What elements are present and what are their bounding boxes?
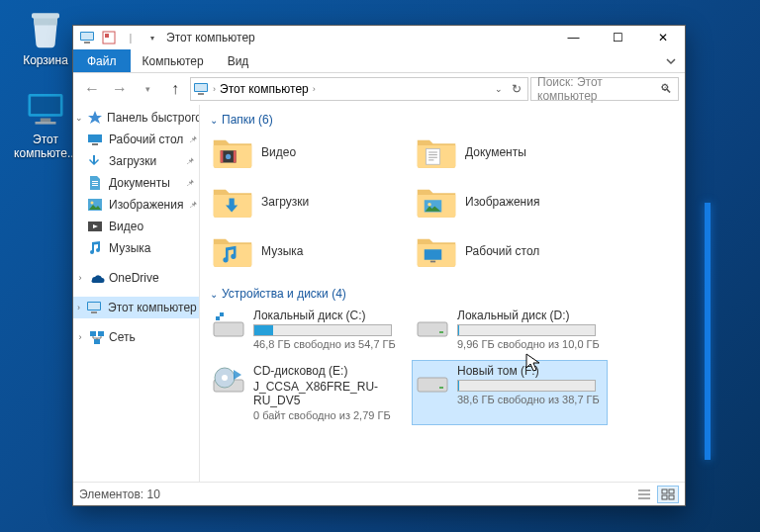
tab-computer[interactable]: Компьютер (131, 49, 216, 72)
svg-rect-0 (32, 13, 59, 18)
svg-rect-35 (216, 312, 220, 316)
drive-icon (416, 364, 449, 398)
tab-file[interactable]: Файл (73, 49, 131, 72)
desktop-icon (87, 132, 103, 147)
svg-point-41 (222, 375, 228, 381)
nav-item-documents[interactable]: Документы📌︎ (73, 172, 199, 194)
search-icon[interactable]: 🔍︎ (660, 82, 672, 96)
nav-item-music[interactable]: Музыка (73, 237, 199, 259)
view-tiles-button[interactable] (657, 486, 679, 503)
drive-c[interactable]: Локальный диск (C:) 46,8 ГБ свободно из … (208, 305, 404, 354)
qat-this-pc-icon[interactable] (77, 28, 97, 47)
svg-rect-42 (418, 378, 447, 392)
svg-rect-28 (427, 149, 440, 165)
svg-rect-3 (41, 119, 51, 123)
folder-icon (212, 184, 253, 220)
drive-icon (416, 309, 449, 342)
close-button[interactable]: ✕ (640, 26, 685, 49)
svg-rect-46 (662, 495, 667, 499)
svg-rect-31 (425, 249, 442, 260)
up-button[interactable]: ↑ (162, 77, 188, 101)
breadcrumb[interactable]: › Этот компьютер › ⌄ ↻ (190, 77, 528, 101)
svg-point-30 (428, 203, 431, 207)
svg-rect-20 (91, 311, 97, 313)
breadcrumb-loc[interactable]: Этот компьютер (220, 82, 309, 96)
folder-icon (416, 134, 457, 170)
group-folders-header[interactable]: ⌄Папки (6) (208, 109, 677, 131)
breadcrumb-refresh[interactable]: ↻ (508, 82, 525, 96)
drive-icon (212, 309, 245, 342)
svg-rect-33 (214, 322, 243, 336)
nav-item-pictures[interactable]: Изображения📌︎ (73, 194, 199, 216)
status-text: Элементов: 10 (79, 488, 160, 501)
nav-quick-access[interactable]: ⌄ Панель быстрого дос (73, 107, 199, 129)
view-details-button[interactable] (633, 486, 655, 503)
titlebar[interactable]: | ▾ Этот компьютер ― ☐ ✕ (73, 26, 685, 49)
recent-dropdown[interactable]: ▾ (135, 77, 160, 101)
content-pane: ⌄Папки (6) Видео Документы Загрузки Изоб… (200, 105, 685, 482)
folder-downloads[interactable]: Загрузки (208, 180, 404, 223)
folder-icon (416, 184, 457, 220)
svg-rect-22 (98, 331, 104, 336)
pin-icon: 📌︎ (186, 178, 195, 188)
minimize-button[interactable]: ― (551, 26, 596, 49)
qat-separator: | (121, 28, 141, 47)
forward-button[interactable]: → (107, 77, 133, 101)
svg-rect-7 (84, 42, 90, 44)
svg-rect-38 (439, 331, 443, 333)
drive-e[interactable]: CD-дисковод (E:) J_CCSA_X86FRE_RU-RU_DV5… (208, 360, 404, 425)
nav-network[interactable]: ›Сеть (73, 326, 199, 348)
drive-d[interactable]: Локальный диск (D:) 9,96 ГБ свободно из … (412, 305, 608, 354)
search-placeholder: Поиск: Этот компьютер (537, 75, 654, 103)
recycle-bin-icon (25, 8, 66, 49)
nav-item-downloads[interactable]: Загрузки📌︎ (73, 150, 199, 172)
document-icon (87, 175, 103, 191)
tab-view[interactable]: Вид (216, 49, 261, 72)
breadcrumb-dropdown[interactable]: ⌄ (490, 84, 508, 94)
pin-icon: 📌︎ (189, 200, 198, 210)
svg-rect-32 (430, 261, 435, 263)
svg-rect-25 (221, 150, 224, 162)
folder-documents[interactable]: Документы (412, 131, 608, 174)
svg-point-27 (226, 154, 231, 159)
nav-item-desktop[interactable]: Рабочий стол📌︎ (73, 129, 199, 150)
address-bar: ← → ▾ ↑ › Этот компьютер › ⌄ ↻ Поиск: Эт… (73, 73, 685, 105)
nav-onedrive[interactable]: ›OneDrive (73, 267, 199, 289)
svg-rect-36 (220, 316, 224, 320)
nav-item-videos[interactable]: Видео (73, 216, 199, 237)
back-button[interactable]: ← (79, 77, 105, 101)
folder-pictures[interactable]: Изображения (412, 180, 608, 223)
music-icon (87, 240, 103, 256)
status-bar: Элементов: 10 (73, 482, 685, 505)
svg-rect-11 (195, 84, 207, 91)
ribbon-expand[interactable] (657, 49, 685, 72)
folder-videos[interactable]: Видео (208, 131, 404, 174)
svg-rect-37 (418, 322, 447, 336)
maximize-button[interactable]: ☐ (596, 26, 640, 49)
svg-rect-44 (662, 489, 667, 493)
svg-rect-19 (88, 303, 100, 310)
svg-rect-13 (88, 134, 102, 142)
svg-rect-45 (669, 489, 674, 493)
dvd-drive-icon (212, 364, 245, 398)
svg-rect-43 (439, 387, 443, 389)
drive-f[interactable]: Новый том (F:) 38,6 ГБ свободно из 38,7 … (412, 360, 608, 425)
qat-properties-icon[interactable] (99, 28, 119, 47)
svg-rect-47 (669, 495, 674, 499)
picture-icon (87, 197, 103, 213)
group-drives-header[interactable]: ⌄Устройства и диски (4) (208, 283, 677, 305)
pin-icon: 📌︎ (189, 134, 198, 144)
svg-rect-21 (90, 331, 96, 336)
svg-rect-26 (234, 150, 237, 162)
search-input[interactable]: Поиск: Этот компьютер 🔍︎ (530, 77, 679, 101)
video-icon (87, 219, 103, 234)
svg-rect-6 (81, 33, 93, 40)
this-pc-small-icon (86, 300, 102, 315)
folder-desktop[interactable]: Рабочий стол (412, 229, 608, 273)
folder-music[interactable]: Музыка (208, 229, 404, 273)
qat-dropdown[interactable]: ▾ (142, 28, 162, 47)
star-icon (87, 110, 103, 126)
download-icon (87, 153, 103, 169)
svg-rect-2 (31, 97, 60, 115)
nav-this-pc[interactable]: ›Этот компьютер (73, 297, 199, 318)
